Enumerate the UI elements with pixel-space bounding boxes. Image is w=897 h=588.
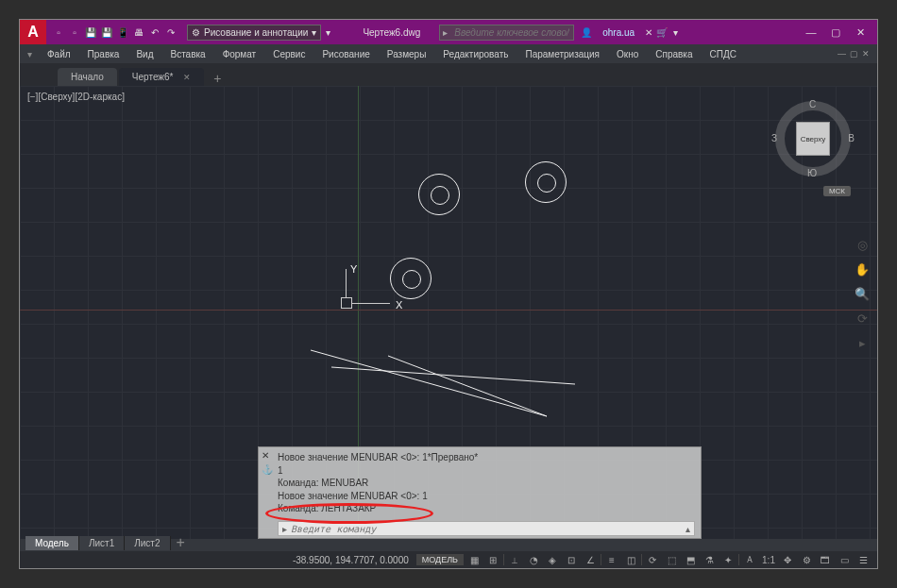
- snap-toggle-icon[interactable]: ⊞: [484, 552, 501, 567]
- open-icon[interactable]: ▫: [68, 25, 81, 39]
- workspace-icon[interactable]: ⚙: [798, 552, 815, 567]
- cmd-toggle-icon[interactable]: ▸: [282, 524, 287, 534]
- close-button[interactable]: ✕: [849, 24, 872, 41]
- cmd-close-icon[interactable]: ✕: [262, 450, 269, 461]
- menu-tools[interactable]: Сервис: [265, 47, 313, 61]
- gizmo-icon[interactable]: ✦: [719, 552, 736, 567]
- menu-modify[interactable]: Редактировать: [435, 47, 516, 61]
- cmd-recent-icon[interactable]: ▴: [685, 524, 690, 534]
- dynucs-icon[interactable]: ⬒: [682, 552, 699, 567]
- menu-edit[interactable]: Правка: [80, 47, 127, 61]
- otrack-toggle-icon[interactable]: ∠: [582, 552, 599, 567]
- 3dosnap-icon[interactable]: ⬚: [663, 552, 680, 567]
- app-logo[interactable]: A: [20, 20, 46, 44]
- search-box[interactable]: ▸: [439, 25, 574, 41]
- workspace-dropdown[interactable]: ⚙ Рисование и аннотации ▾: [187, 25, 321, 41]
- tab-sheet2[interactable]: Лист2: [125, 536, 170, 550]
- osnap-toggle-icon[interactable]: ⊡: [563, 552, 580, 567]
- customize-icon[interactable]: ☰: [855, 552, 872, 567]
- cleanscreen-icon[interactable]: ▭: [836, 552, 853, 567]
- tab-start[interactable]: Начало: [58, 68, 117, 86]
- menu-window[interactable]: Окно: [609, 47, 646, 61]
- qat-more[interactable]: ▾: [321, 25, 334, 39]
- new-icon[interactable]: ▫: [52, 25, 65, 39]
- menu-file[interactable]: Файл: [40, 47, 78, 61]
- cmd-handle-icon[interactable]: ⚓: [262, 464, 273, 475]
- viewcube-east[interactable]: В: [848, 133, 855, 143]
- doc-close-icon[interactable]: ✕: [862, 49, 870, 59]
- minimize-button[interactable]: —: [800, 24, 822, 41]
- doc-restore-icon[interactable]: ▢: [850, 49, 858, 59]
- filter-icon[interactable]: ⚗: [701, 552, 718, 567]
- polar-toggle-icon[interactable]: ◔: [525, 552, 542, 567]
- doc-minimize-icon[interactable]: —: [838, 49, 846, 59]
- viewcube[interactable]: Сверху С Ю В З: [775, 101, 851, 176]
- nav-zoom-icon[interactable]: 🔍: [853, 284, 872, 303]
- redo-icon[interactable]: ↷: [164, 25, 178, 39]
- help-dropdown[interactable]: ▾: [669, 25, 682, 39]
- model-space-badge[interactable]: МОДЕЛЬ: [416, 554, 464, 565]
- cart-icon[interactable]: 🛒: [655, 25, 669, 39]
- cmd-line: Новое значение MENUBAR <0>: 1: [278, 490, 697, 503]
- menu-insert[interactable]: Вставка: [162, 47, 212, 61]
- search-arrow-icon: ▸: [440, 27, 450, 38]
- account-name[interactable]: ohra.ua: [602, 27, 635, 38]
- menu-dimension[interactable]: Размеры: [380, 47, 434, 61]
- menu-format[interactable]: Формат: [215, 47, 264, 61]
- undo-icon[interactable]: ↶: [148, 25, 161, 39]
- tab-close-icon[interactable]: ✕: [183, 73, 191, 82]
- nav-orbit-icon[interactable]: ⟳: [853, 309, 872, 328]
- navigation-bar: ◎ ✋ 🔍 ⟳ ▸: [853, 235, 872, 352]
- nav-showmotion-icon[interactable]: ▸: [853, 333, 872, 352]
- cmd-line: Команда: ЛЕНТАЗАКР: [278, 502, 697, 515]
- menu-draw[interactable]: Рисование: [314, 47, 377, 61]
- layout-add-icon[interactable]: +: [171, 534, 191, 551]
- search-input[interactable]: [450, 25, 573, 40]
- maximize-button[interactable]: ▢: [824, 24, 847, 41]
- tab-model[interactable]: Модель: [25, 536, 79, 550]
- exchange-icon[interactable]: ✕: [642, 25, 655, 39]
- svg-line-2: [331, 367, 575, 384]
- ortho-toggle-icon[interactable]: ⟂: [506, 552, 523, 567]
- saveas-icon[interactable]: 💾: [100, 25, 113, 39]
- command-window[interactable]: ✕ ⚓ Новое значение MENUBAR <0>: 1*Прерва…: [258, 446, 702, 539]
- menu-toggle-icon[interactable]: ▾: [27, 49, 32, 59]
- save-icon[interactable]: 💾: [84, 25, 97, 39]
- annoscale-icon[interactable]: Ａ: [741, 552, 758, 567]
- lineweight-icon[interactable]: ≡: [603, 552, 620, 567]
- scale-label[interactable]: 1:1: [760, 552, 777, 567]
- cycling-icon[interactable]: ⟳: [644, 552, 661, 567]
- command-input[interactable]: [291, 524, 685, 534]
- layout-tabs: Модель Лист1 Лист2 +: [25, 534, 191, 551]
- status-bar: -38.9500, 194.7707, 0.0000 МОДЕЛЬ ▦ ⊞ ⟂ …: [20, 551, 877, 568]
- grid-toggle-icon[interactable]: ▦: [465, 552, 482, 567]
- svg-line-1: [388, 356, 547, 416]
- cmd-line: Команда: MENUBAR: [278, 477, 697, 490]
- menu-spds[interactable]: СПДС: [702, 47, 744, 61]
- isodraft-icon[interactable]: ◈: [544, 552, 561, 567]
- plot-icon[interactable]: 🖶: [132, 25, 145, 39]
- menu-parametric[interactable]: Параметризация: [517, 47, 607, 61]
- nav-pan-icon[interactable]: ✋: [853, 260, 872, 278]
- tab-add-icon[interactable]: +: [206, 71, 228, 86]
- viewcube-south[interactable]: Ю: [807, 168, 817, 178]
- drawing-canvas[interactable]: [−][Сверху][2D-каркас] Y X Сверху С Ю В …: [20, 86, 877, 539]
- tab-active-drawing[interactable]: Чертеж6* ✕: [119, 68, 204, 86]
- viewcube-west[interactable]: З: [771, 133, 777, 143]
- viewcube-north[interactable]: С: [809, 99, 816, 109]
- nav-wheel-icon[interactable]: ◎: [853, 235, 872, 254]
- menu-bar: ▾ Файл Правка Вид Вставка Формат Сервис …: [20, 44, 877, 63]
- annovis-icon[interactable]: ✥: [779, 552, 796, 567]
- wcs-badge[interactable]: МСК: [823, 186, 851, 196]
- signin-icon[interactable]: 👤: [580, 25, 593, 39]
- command-input-row[interactable]: ▸ ▴: [278, 521, 695, 536]
- menu-view[interactable]: Вид: [128, 47, 161, 61]
- menu-help[interactable]: Справка: [648, 47, 700, 61]
- tab-sheet1[interactable]: Лист1: [79, 536, 125, 550]
- monitor-icon[interactable]: 🗔: [817, 552, 834, 567]
- viewcube-face[interactable]: Сверху: [796, 122, 830, 156]
- cursor-coordinates[interactable]: -38.9500, 194.7707, 0.0000: [293, 555, 409, 565]
- command-history: Новое значение MENUBAR <0>: 1*Прервано* …: [259, 447, 701, 519]
- cloud-icon[interactable]: 📱: [116, 25, 129, 39]
- transparency-icon[interactable]: ◫: [622, 552, 639, 567]
